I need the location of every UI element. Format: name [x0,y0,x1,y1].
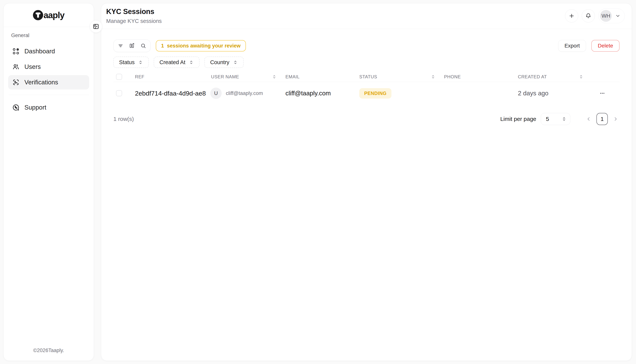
panel-collapse-icon [93,23,99,30]
row-checkbox[interactable] [116,90,122,96]
search-button[interactable] [139,41,148,50]
limit-per-page-label: Limit per page [500,116,536,122]
columns-off-icon [129,43,135,49]
pagination-controls: Limit per page 5 1 [500,113,619,125]
rows-count: 1 row(s) [113,116,134,122]
sidebar-item-support[interactable]: Support [8,100,89,115]
table-toolbar: 1 sessions awaiting your review Export D… [113,40,619,52]
select-all-checkbox[interactable] [116,74,122,80]
export-button[interactable]: Export [558,40,586,52]
column-header-label: STATUS [359,74,377,80]
pagination: 1 [585,113,619,125]
table-footer: 1 row(s) Limit per page 5 1 [113,113,619,125]
previous-page-button[interactable] [585,115,593,123]
cell-email: cliff@taaply.com [284,90,357,97]
status-badge: PENDING [359,88,391,98]
limit-value: 5 [546,116,549,122]
row-actions-button[interactable] [597,88,608,99]
support-icon [12,104,20,111]
bell-icon [585,13,591,19]
table-header-row: REF USER NAME EMAIL STATUS PHONE CREATED… [113,72,619,82]
filter-country-label: Country [210,59,229,66]
cell-actions [585,88,619,99]
sessions-table: REF USER NAME EMAIL STATUS PHONE CREATED… [113,72,619,104]
filter-created-at[interactable]: Created At [154,56,200,68]
column-header-label: USER NAME [211,74,239,80]
avatar: WH [600,10,612,22]
chevron-down-icon [615,13,620,18]
sort-icon[interactable] [431,74,436,79]
column-header-phone: PHONE [442,74,516,80]
sort-icon[interactable] [579,74,583,79]
sidebar-item-label: Users [25,63,41,70]
filter-status-label: Status [119,59,135,66]
add-button[interactable] [565,9,578,22]
sidebar-collapse-button[interactable] [90,20,102,33]
sidebar-item-label: Verifications [25,79,58,86]
dashboard-icon [12,48,20,55]
sort-icon[interactable] [272,74,277,79]
ellipsis-icon [598,90,606,97]
copyright: ©2026Taaply. [4,348,94,360]
user-name-text: cliff@taaply.com [226,90,263,96]
chevrons-up-down-icon [189,60,194,65]
filter-status[interactable]: Status [113,56,149,68]
brand-name: aaply [44,10,64,20]
awaiting-review-badge[interactable]: 1 sessions awaiting your review [156,40,246,52]
chevrons-up-down-icon [561,116,567,122]
column-header-email: EMAIL [284,74,357,80]
limit-per-page-select[interactable]: 5 [541,113,570,125]
sidebar-item-users[interactable]: Users [8,60,89,74]
user-avatar: U [210,88,222,99]
sidebar-item-label: Dashboard [25,48,55,55]
account-menu[interactable]: WH [598,8,625,23]
page-header: KYC Sessions Manage KYC sessions WH [101,4,632,29]
toggle-columns-button[interactable] [127,41,137,50]
header-actions: WH [565,8,625,23]
column-header-label: CREATED AT [518,74,547,80]
chevrons-up-down-icon [233,60,238,65]
filter-country[interactable]: Country [204,56,244,68]
sidebar-item-verifications[interactable]: Verifications [8,75,89,90]
sidebar-item-label: Support [25,104,46,111]
notifications-button[interactable] [582,9,595,22]
sidebar-divider [9,95,89,95]
current-page-button[interactable]: 1 [596,113,608,125]
search-icon [140,43,146,49]
awaiting-review-text: sessions awaiting your review [167,43,241,49]
column-header-status: STATUS [357,74,442,80]
table-tools [113,40,151,52]
delete-button[interactable]: Delete [591,40,619,52]
sidebar-section-label: General [8,32,89,38]
awaiting-review-count: 1 [161,43,164,49]
filter-button[interactable] [116,41,125,50]
verifications-icon [12,79,20,86]
filter-row: Status Created At Country [113,56,619,68]
sidebar: aaply General Dashboard Users [4,3,94,361]
column-header-user-name: USER NAME [209,74,284,80]
cell-user-name: U cliff@taaply.com [209,88,284,99]
sidebar-nav: General Dashboard Users [4,27,94,115]
sidebar-item-dashboard[interactable]: Dashboard [8,44,89,58]
column-header-created-at: CREATED AT [516,74,585,80]
cell-created-at: 2 days ago [516,90,585,97]
next-page-button[interactable] [611,115,619,123]
brand-logo: aaply [33,10,64,20]
cell-status: PENDING [357,88,442,98]
users-icon [12,63,20,70]
page-subtitle: Manage KYC sessions [106,18,162,24]
table-row[interactable]: 2ebdf714-dfaa-4d9d-ae8 U cliff@taaply.co… [113,82,619,104]
main-panel: KYC Sessions Manage KYC sessions WH [101,3,632,361]
column-header-ref: REF [133,74,209,80]
filter-created-at-label: Created At [159,59,185,66]
cell-ref: 2ebdf714-dfaa-4d9d-ae8 [133,90,209,97]
brand-logo-icon [33,10,43,20]
chevron-right-icon [613,116,618,122]
plus-icon [569,13,575,19]
chevron-left-icon [586,116,591,122]
page-title: KYC Sessions [106,8,162,16]
sidebar-header: aaply [4,4,94,27]
chevrons-up-down-icon [138,60,143,65]
filter-lines-icon [118,43,124,49]
